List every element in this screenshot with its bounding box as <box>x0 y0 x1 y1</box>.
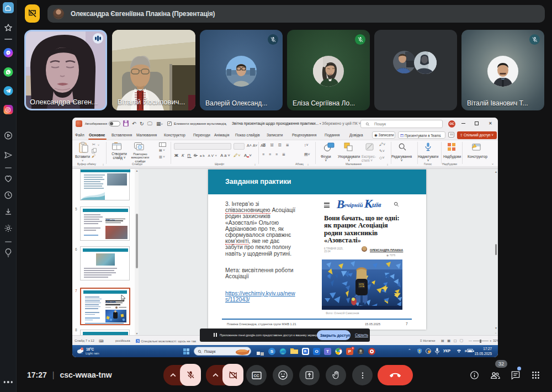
svg-text:!: ! <box>82 348 82 350</box>
svg-text:CC: CC <box>253 374 259 378</box>
svg-text:СИЛА: СИЛА <box>359 285 365 288</box>
